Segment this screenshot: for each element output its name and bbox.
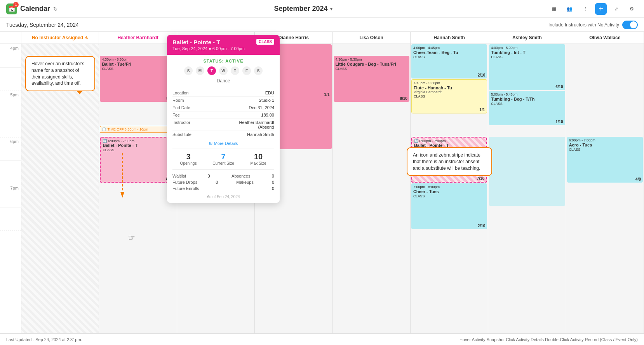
toggle-area: Include Instructors with No Activity xyxy=(548,21,638,29)
time-7pm: 7pm xyxy=(0,184,21,207)
popup-header: Ballet - Pointe - T Tue, Sep 24, 2024 ● … xyxy=(167,35,280,55)
refresh-icon[interactable]: ↻ xyxy=(53,6,58,12)
time-column: 4pm 30 5pm 30 6pm 30 7pm 30 xyxy=(0,44,21,333)
label-substitute: Substitute xyxy=(172,132,191,137)
popup-bottom-future-enrolls: Future Enrolls 0 xyxy=(172,185,274,192)
event-olivia-acro-tues[interactable]: 6:00pm - 7:00pm Acro - Tues CLASS 4/8 xyxy=(567,137,643,183)
popup-row-room: Room Studio 1 xyxy=(172,97,274,104)
event-lisa-little-cougars[interactable]: 4:30pm - 5:30pm Little Cougars - Beg - T… xyxy=(334,56,409,102)
popup-row-instructor: Instructor Heather Barnhardt(Absent) xyxy=(172,119,274,131)
col-header-olivia[interactable]: Olivia Wallace xyxy=(566,32,644,44)
popup-row-location: Location EDU xyxy=(172,89,274,97)
val-makeups: 0 xyxy=(272,180,274,185)
val-future-enrolls: 0 xyxy=(272,186,274,191)
event-hannah-flute[interactable]: 4:45pm - 5:30pm Flute - Hannah - Tu Virg… xyxy=(411,79,487,113)
event-ashley-tumbling-beg[interactable]: 5:00pm - 5:45pm Tumbling - Beg - T/Th CL… xyxy=(489,91,565,125)
event-ashley-cyan-6pm[interactable] xyxy=(489,137,565,206)
top-bar-center: September 2024 ▾ xyxy=(274,5,332,13)
time-7-30: 30 xyxy=(0,207,21,231)
popup-title-area: Ballet - Pointe - T Tue, Sep 24, 2024 ● … xyxy=(172,39,245,51)
col-header-no-instructor[interactable]: No Instructor Assigned ⚠ xyxy=(21,32,99,44)
tooltip-hover-instructor: Hover over an instructor's name for a sn… xyxy=(25,56,95,91)
instructor-columns: Hover over an instructor's name for a sn… xyxy=(21,44,644,333)
time-4pm: 4pm xyxy=(0,44,21,68)
include-no-activity-toggle[interactable] xyxy=(622,21,638,29)
val-waitlist: 0 xyxy=(208,174,210,178)
popup-title: Ballet - Pointe - T xyxy=(172,39,245,45)
stat-openings: 3 Openings xyxy=(172,152,204,166)
value-location: EDU xyxy=(265,91,274,95)
popup-row-enddate: End Date Dec 31, 2024 xyxy=(172,104,274,112)
svg-marker-1 xyxy=(120,192,124,198)
expand-icon[interactable]: ⤢ xyxy=(611,3,622,15)
day-T2: T xyxy=(231,66,239,75)
month-dropdown-icon[interactable]: ▾ xyxy=(330,6,332,12)
label-end-date: End Date xyxy=(172,105,190,110)
more-options-icon[interactable]: ⋮ xyxy=(580,3,591,15)
col-header-lisa[interactable]: Lisa Olson xyxy=(333,32,411,44)
col-no-instructor: Hover over an instructor's name for a sn… xyxy=(21,44,99,333)
stat-openings-label: Openings xyxy=(172,161,204,166)
col-olivia: 6:00pm - 7:00pm Acro - Tues CLASS 4/8 xyxy=(566,44,644,333)
popup-footer: As of Sep 24, 2024 xyxy=(172,192,274,199)
label-makeups: Makeups xyxy=(236,180,254,185)
popup-bottom-waitlist: Waitlist 0 Absences 0 xyxy=(172,173,274,179)
popup-body: STATUS: ACTIVE S M T W T F S Dance Locat… xyxy=(167,55,280,203)
time-5-30: 30 xyxy=(0,114,21,138)
timeoff-bar-heather: 🕐TIME OFF 5:30pm - 10pm xyxy=(100,126,176,133)
stat-max-size-label: Max Size xyxy=(242,161,274,166)
stat-max-size-num: 10 xyxy=(242,152,274,161)
month-year-title: September 2024 xyxy=(274,5,327,13)
popup-row-substitute: Substitute Hannah Smith xyxy=(172,131,274,138)
value-end-date: Dec 31, 2024 xyxy=(249,105,274,110)
popup-status: STATUS: ACTIVE xyxy=(172,59,274,63)
stat-current-size-num: 7 xyxy=(207,152,239,161)
col-header-ashley[interactable]: Ashley Smith xyxy=(488,32,566,44)
label-room: Room xyxy=(172,98,184,103)
time-5pm: 5pm xyxy=(0,91,21,114)
val-absences: 0 xyxy=(272,174,274,178)
grid-view-icon[interactable]: ▦ xyxy=(548,3,560,15)
day-M: M xyxy=(196,66,204,75)
label-location: Location xyxy=(172,91,189,95)
calendar-wrap: No Instructor Assigned ⚠ Heather Barnhar… xyxy=(0,32,644,333)
popup-row-fee: Fee 189.00 xyxy=(172,112,274,119)
more-details-link[interactable]: ⊞ More Details xyxy=(172,138,274,148)
day-W: W xyxy=(219,66,228,75)
day-S1: S xyxy=(184,66,193,75)
calendar-header: No Instructor Assigned ⚠ Heather Barnhar… xyxy=(0,32,644,44)
value-fee: 189.00 xyxy=(261,113,274,117)
event-ashley-tumbling-int[interactable]: 4:00pm - 5:00pm Tumbling - Int - T CLASS… xyxy=(489,44,565,90)
top-bar-right: ▦ 👥 ⋮ + ⤢ ⚙ xyxy=(548,3,638,15)
add-button[interactable]: + xyxy=(595,3,607,15)
col-header-heather[interactable]: Heather Barnhardt xyxy=(99,32,177,44)
popup-days: S M T W T F S xyxy=(172,66,274,75)
event-hannah-cheer-beg[interactable]: 4:00pm - 4:45pm Cheer-Team - Beg - Tu CL… xyxy=(411,44,487,78)
event-heather-ballet-tuefri[interactable]: 4:30pm - 5:30pm Ballet - Tue/Fri CLASS 8… xyxy=(100,56,176,102)
day-S2: S xyxy=(254,66,263,75)
value-instructor: Heather Barnhardt(Absent) xyxy=(239,120,275,129)
label-absences: Absences xyxy=(231,174,250,178)
time-col-header xyxy=(0,32,21,44)
label-instructor: Instructor xyxy=(172,120,190,129)
people-icon[interactable]: 👥 xyxy=(564,3,576,15)
label-future-enrolls: Future Enrolls xyxy=(172,186,199,191)
popup-class-badge: CLASS xyxy=(256,39,274,45)
app-title: Calendar xyxy=(20,5,50,13)
stat-openings-num: 3 xyxy=(172,152,204,161)
stat-current-size: 7 Current Size xyxy=(207,152,239,166)
label-future-drops: Future Drops xyxy=(172,180,197,185)
top-bar: 📅 1 Calendar ↻ September 2024 ▾ ▦ 👥 ⋮ + … xyxy=(0,0,644,18)
time-4-30: 30 xyxy=(0,68,21,91)
popup-stats: 3 Openings 7 Current Size 10 Max Size xyxy=(172,148,274,170)
settings-icon[interactable]: ⚙ xyxy=(626,3,638,15)
time-6pm: 6pm xyxy=(0,138,21,161)
col-lisa: 4:30pm - 5:30pm Little Cougars - Beg - T… xyxy=(333,44,411,333)
popup-bottom: Waitlist 0 Absences 0 Future Drops 0 Mak… xyxy=(172,170,274,192)
value-room: Studio 1 xyxy=(259,98,274,103)
toggle-label: Include Instructors with No Activity xyxy=(548,22,619,28)
col-header-hannah[interactable]: Hannah Smith xyxy=(411,32,488,44)
val-future-drops: 0 xyxy=(216,180,218,185)
sub-bar: Tuesday, September 24, 2024 Include Inst… xyxy=(0,18,644,32)
event-hannah-cheer-tues[interactable]: 7:00pm - 8:00pm Cheer - Tues CLASS 2/10 xyxy=(411,183,487,229)
